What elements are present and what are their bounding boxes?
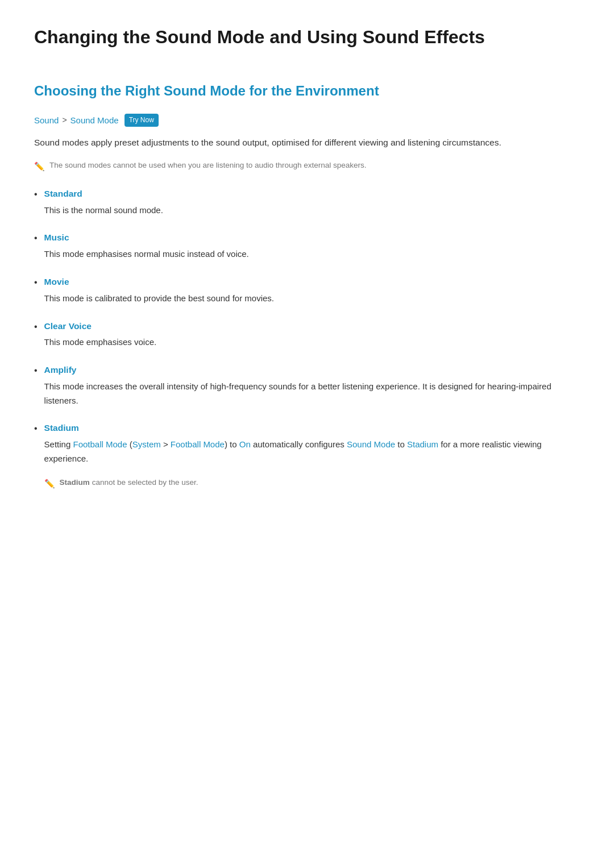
sound-mode-link[interactable]: Sound Mode bbox=[347, 439, 395, 449]
breadcrumb-sound-link[interactable]: Sound bbox=[34, 114, 59, 127]
bullet-amplify: • bbox=[34, 363, 38, 378]
list-item-movie: • Movie This mode is calibrated to provi… bbox=[34, 275, 580, 316]
stadium-link[interactable]: Stadium bbox=[407, 439, 438, 449]
item-title-stadium: Stadium bbox=[44, 421, 580, 435]
note: ✏️ The sound modes cannot be used when y… bbox=[34, 159, 580, 173]
item-content-standard: Standard This is the normal sound mode. bbox=[44, 187, 580, 228]
try-now-badge[interactable]: Try Now bbox=[125, 114, 159, 127]
item-content-amplify: Amplify This mode increases the overall … bbox=[44, 363, 580, 418]
bullet-standard: • bbox=[34, 187, 38, 202]
bullet-stadium: • bbox=[34, 421, 38, 436]
list-item-stadium: • Stadium Setting Football Mode (System … bbox=[34, 421, 580, 490]
intro-text: Sound modes apply preset adjustments to … bbox=[34, 135, 580, 150]
football-mode-link2[interactable]: Football Mode bbox=[171, 439, 225, 449]
item-title-standard: Standard bbox=[44, 187, 580, 201]
note-text: The sound modes cannot be used when you … bbox=[49, 159, 367, 172]
item-content-movie: Movie This mode is calibrated to provide… bbox=[44, 275, 580, 316]
stadium-desc-middle3: automatically configures bbox=[251, 439, 347, 449]
bullet-movie: • bbox=[34, 275, 38, 290]
note-icon: ✏️ bbox=[34, 160, 45, 173]
stadium-note-icon: ✏️ bbox=[44, 477, 55, 491]
breadcrumb-sound-mode-link[interactable]: Sound Mode bbox=[70, 114, 119, 127]
item-content-stadium: Stadium Setting Football Mode (System > … bbox=[44, 421, 580, 490]
item-desc-clear-voice: This mode emphasises voice. bbox=[44, 335, 580, 350]
list-item-clear-voice: • Clear Voice This mode emphasises voice… bbox=[34, 319, 580, 360]
stadium-desc-middle1: ( bbox=[127, 439, 132, 449]
item-title-movie: Movie bbox=[44, 275, 580, 289]
bullet-music: • bbox=[34, 231, 38, 246]
stadium-desc-sep: > bbox=[161, 439, 171, 449]
bullet-clear-voice: • bbox=[34, 319, 38, 334]
list-item-amplify: • Amplify This mode increases the overal… bbox=[34, 363, 580, 418]
system-link[interactable]: System bbox=[132, 439, 161, 449]
item-title-amplify: Amplify bbox=[44, 363, 580, 377]
stadium-desc-middle2: ) to bbox=[225, 439, 239, 449]
item-content-music: Music This mode emphasises normal music … bbox=[44, 231, 580, 272]
section-title: Choosing the Right Sound Mode for the En… bbox=[34, 80, 580, 102]
item-desc-amplify: This mode increases the overall intensit… bbox=[44, 380, 580, 408]
stadium-note-text: Stadium cannot be selected by the user. bbox=[60, 476, 198, 489]
item-desc-movie: This mode is calibrated to provide the b… bbox=[44, 292, 580, 306]
item-title-clear-voice: Clear Voice bbox=[44, 319, 580, 334]
breadcrumb-separator: > bbox=[62, 114, 67, 126]
on-link[interactable]: On bbox=[239, 439, 251, 449]
breadcrumb: Sound > Sound Mode Try Now bbox=[34, 114, 580, 127]
item-content-clear-voice: Clear Voice This mode emphasises voice. bbox=[44, 319, 580, 360]
stadium-note-strong: Stadium bbox=[60, 478, 90, 487]
list-item-standard: • Standard This is the normal sound mode… bbox=[34, 187, 580, 228]
stadium-note-suffix: cannot be selected by the user. bbox=[90, 478, 198, 487]
main-title: Changing the Sound Mode and Using Sound … bbox=[34, 23, 580, 57]
stadium-desc-prefix: Setting bbox=[44, 439, 73, 449]
stadium-desc-middle4: to bbox=[395, 439, 407, 449]
sound-modes-list: • Standard This is the normal sound mode… bbox=[34, 187, 580, 491]
football-mode-link1[interactable]: Football Mode bbox=[73, 439, 127, 449]
list-item-music: • Music This mode emphasises normal musi… bbox=[34, 231, 580, 272]
item-desc-music: This mode emphasises normal music instea… bbox=[44, 247, 580, 261]
item-title-music: Music bbox=[44, 231, 580, 245]
stadium-sub-note: ✏️ Stadium cannot be selected by the use… bbox=[44, 476, 580, 491]
item-desc-standard: This is the normal sound mode. bbox=[44, 203, 580, 218]
item-desc-stadium: Setting Football Mode (System > Football… bbox=[44, 438, 580, 466]
